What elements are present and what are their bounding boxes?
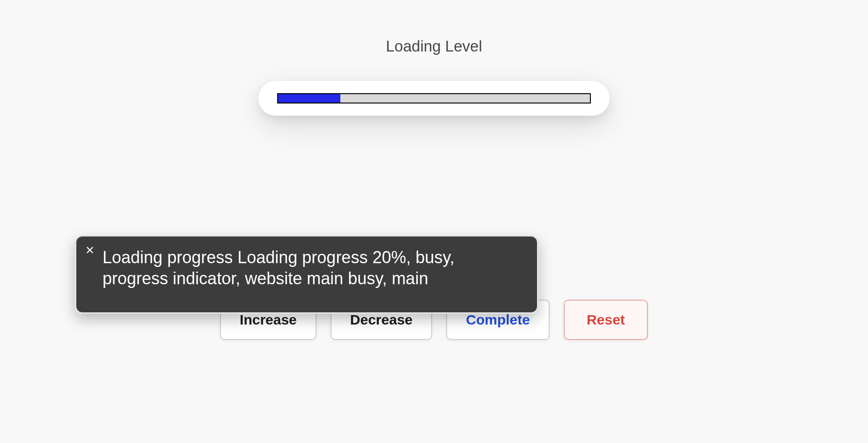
progress-track bbox=[277, 93, 591, 103]
progress-fill bbox=[278, 94, 340, 103]
reset-button[interactable]: Reset bbox=[564, 300, 648, 340]
progress-bar-container bbox=[258, 81, 610, 116]
page-title: Loading Level bbox=[0, 0, 868, 55]
accessibility-tooltip: Loading progress Loading progress 20%, b… bbox=[75, 235, 538, 314]
close-icon[interactable] bbox=[85, 245, 95, 255]
tooltip-text: Loading progress Loading progress 20%, b… bbox=[103, 247, 523, 289]
